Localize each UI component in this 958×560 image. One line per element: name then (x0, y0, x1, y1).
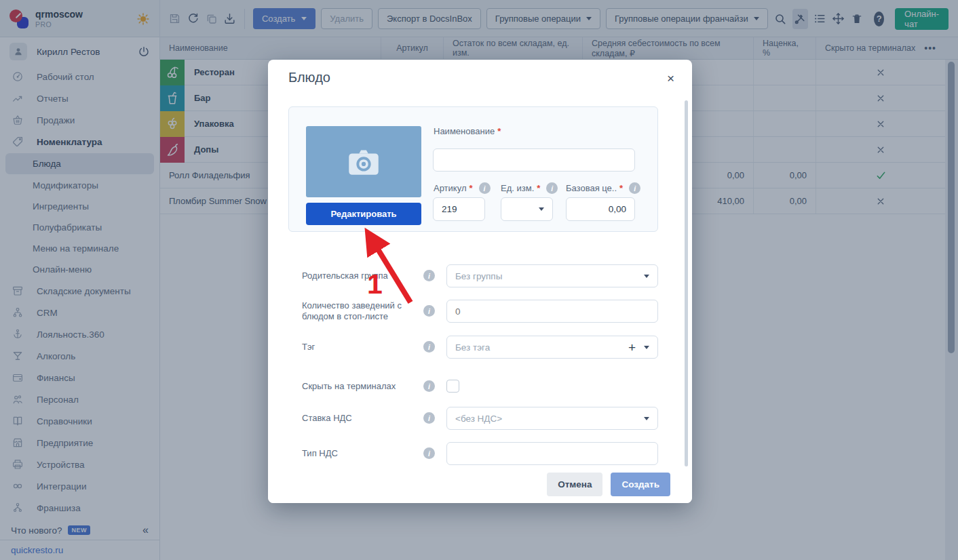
vat-rate-select[interactable]: <без НДС> (446, 407, 658, 430)
dish-modal: Блюдо × Редактировать Наименование* Арти… (268, 60, 692, 503)
camera-icon (349, 150, 379, 174)
modal-scrollbar-thumb[interactable] (685, 100, 688, 466)
base-price-field-label: Базовая це..*i (566, 182, 640, 194)
chevron-down-icon (644, 275, 649, 278)
unit-select[interactable] (501, 197, 553, 221)
info-icon[interactable]: i (423, 447, 435, 459)
close-icon[interactable]: × (667, 72, 674, 85)
info-icon[interactable]: i (423, 412, 435, 424)
info-icon[interactable]: i (479, 182, 491, 194)
parent-group-select[interactable]: Без группы (446, 264, 658, 287)
chevron-down-icon (539, 207, 544, 211)
info-icon[interactable]: i (423, 270, 435, 281)
chevron-down-icon (644, 346, 649, 349)
tag-select[interactable]: Без тэга+ (446, 336, 658, 359)
unit-field-label: Ед. изм.*i (501, 182, 558, 194)
edit-photo-button[interactable]: Редактировать (306, 203, 421, 225)
modal-title: Блюдо (288, 70, 330, 85)
name-field-label: Наименование* (434, 126, 501, 136)
chevron-down-icon (644, 417, 649, 420)
modal-footer: Отмена Создать (268, 465, 692, 503)
info-icon[interactable]: i (423, 380, 435, 392)
stoplist-count-label: Количество заведений с блюдом в стоп-лис… (302, 300, 424, 323)
app-screen: qrmoscow PRO Создать Удалить Экспорт в D… (0, 0, 958, 560)
name-input[interactable] (433, 148, 635, 172)
base-price-input[interactable] (566, 197, 635, 221)
info-icon[interactable]: i (423, 305, 435, 317)
info-icon[interactable]: i (629, 182, 640, 194)
parent-group-label: Родительская группа (302, 264, 424, 287)
tag-label: Тэг (302, 336, 424, 359)
sku-input[interactable] (433, 197, 485, 221)
add-tag-button[interactable]: + (628, 341, 636, 354)
submit-create-button[interactable]: Создать (611, 473, 670, 496)
vat-type-label: Тип НДС (302, 442, 424, 465)
hide-on-terminals-label: Скрыть на терминалах (302, 375, 424, 398)
hide-on-terminals-checkbox[interactable] (446, 380, 459, 393)
stoplist-count-input[interactable] (446, 300, 658, 323)
vat-rate-label: Ставка НДС (302, 407, 424, 430)
info-icon[interactable]: i (546, 182, 558, 194)
vat-type-input[interactable] (446, 442, 658, 465)
photo-placeholder[interactable] (306, 126, 421, 197)
sku-field-label: Артикул*i (434, 182, 491, 194)
cancel-button[interactable]: Отмена (547, 473, 602, 496)
dish-main-panel: Редактировать Наименование* Артикул*i Ед… (288, 106, 658, 232)
info-icon[interactable]: i (423, 341, 435, 353)
